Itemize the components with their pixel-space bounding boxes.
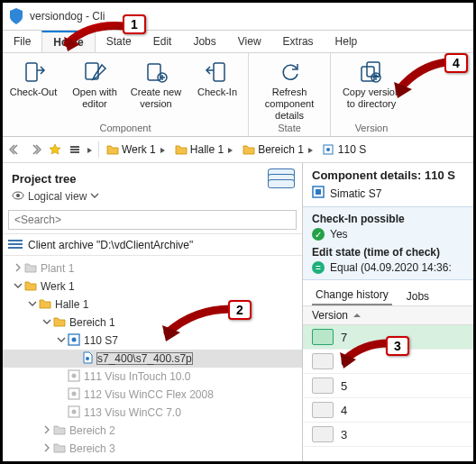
ribbon-open-editor[interactable]: Open witheditor [64, 53, 125, 110]
archive-label: Client archive "D:\vdClientArchive" [28, 239, 193, 251]
star-icon[interactable] [46, 141, 64, 159]
menu-jobs[interactable]: Jobs [182, 31, 226, 52]
tree-row[interactable]: Bereich 1 [3, 314, 302, 332]
tree-row[interactable]: 111 Visu InTouch 10.0 [3, 368, 302, 386]
archive-row[interactable]: Client archive "D:\vdClientArchive" [3, 233, 302, 256]
app-window: versiondog - Cli FileHomeStateEditJobsVi… [0, 0, 476, 464]
database-icon[interactable] [268, 168, 295, 188]
nav-fwd-icon[interactable] [26, 141, 44, 159]
menu-file[interactable]: File [3, 31, 41, 52]
ribbon-check-out[interactable]: Check-Out [3, 53, 64, 98]
search-input[interactable] [8, 210, 297, 230]
menu-home[interactable]: Home [41, 31, 95, 52]
tree-node-label: Plant 1 [41, 262, 74, 275]
tree-row[interactable]: 110 S7 [3, 332, 302, 350]
ribbon-group-label: Version [331, 122, 412, 136]
column-label: Version [312, 309, 348, 322]
panel-title: Project tree [12, 172, 77, 186]
menu-help[interactable]: Help [325, 31, 369, 52]
svg-point-14 [16, 194, 20, 197]
tree-expander[interactable] [12, 280, 24, 293]
open-editor-icon [66, 58, 124, 86]
menu-view[interactable]: View [227, 31, 272, 52]
version-number: 3 [341, 428, 347, 441]
breadcrumb-item[interactable]: Werk 1 [103, 143, 171, 156]
ribbon-group-state: Refresh componentdetailsState [249, 53, 331, 136]
chevron-icon[interactable] [226, 145, 235, 154]
breadcrumb-item[interactable]: Halle 1 [171, 143, 239, 156]
version-row[interactable]: 4 [303, 398, 473, 423]
tree-node-icon [68, 369, 80, 385]
tree-node-icon [53, 442, 66, 456]
details-title: Component details: 110 S [312, 168, 466, 182]
ribbon-copy-to-dir[interactable]: Copy versionto directory [331, 53, 412, 110]
breadcrumb-bar: Werk 1Halle 1Bereich 1110 S [3, 137, 473, 163]
breadcrumb-label: 110 S [338, 143, 366, 156]
ribbon-create-version[interactable]: Create newversion [125, 53, 187, 110]
tree-expander[interactable] [26, 298, 39, 311]
ribbon: Check-OutOpen witheditorCreate newversio… [3, 53, 473, 137]
svg-rect-4 [214, 63, 224, 81]
nav-back-icon[interactable] [6, 141, 24, 159]
chevron-icon[interactable] [86, 145, 95, 154]
checkin-value: Yes [330, 228, 348, 241]
ribbon-refresh-details[interactable]: Refresh componentdetails [249, 53, 330, 122]
copy-to-dir-icon [333, 58, 410, 86]
version-number: 5 [341, 379, 347, 393]
separator [98, 141, 99, 158]
tree-expander[interactable] [41, 442, 53, 455]
version-column-header[interactable]: Version [303, 305, 473, 325]
version-icon [312, 378, 334, 394]
editstate-value: Equal (04.09.2020 14:36: [330, 261, 452, 274]
tree-node-label: Bereich 2 [69, 424, 115, 437]
tree-node-label: Werk 1 [41, 280, 75, 293]
ribbon-group-version: Copy versionto directoryVersion [331, 53, 412, 136]
titlebar: versiondog - Cli [3, 3, 473, 31]
tree-node-icon [24, 280, 37, 294]
tree-row[interactable]: s7_400\s7_400.s7p [3, 350, 302, 368]
checkin-section: Check-In possible ✓ Yes Edit state (time… [303, 206, 473, 280]
tree-node-label: Bereich 1 [69, 316, 115, 329]
component-type-label: Simatic S7 [330, 187, 381, 200]
menubar: FileHomeStateEditJobsViewExtrasHelp [3, 31, 473, 53]
tree-row[interactable]: Werk 1 [3, 277, 302, 296]
tree-expander[interactable] [41, 316, 53, 329]
tree-row[interactable]: Plant 1 [3, 259, 302, 277]
ribbon-check-in[interactable]: Check-In [187, 53, 248, 98]
tree-row[interactable]: 112 Visu WinCC Flex 2008 [3, 386, 302, 404]
breadcrumb-item[interactable]: 110 S [319, 143, 370, 156]
svg-point-19 [72, 337, 77, 341]
tree-row[interactable]: Bereich 3 [3, 440, 302, 458]
chevron-icon[interactable] [307, 145, 316, 154]
breadcrumb-label: Halle 1 [190, 143, 224, 156]
tree-row[interactable]: Halle 1 [3, 296, 302, 314]
menu-extras[interactable]: Extras [272, 31, 325, 52]
list-icon[interactable] [66, 141, 84, 159]
svg-rect-9 [70, 149, 79, 150]
details-panel: Component details: 110 S Simatic S7 Chec… [303, 163, 473, 461]
tree-row[interactable]: 113 Visu WinCC 7.0 [3, 404, 302, 422]
svg-rect-17 [8, 247, 23, 249]
chevron-icon[interactable] [159, 145, 168, 154]
tree-row[interactable]: Bereich 2 [3, 422, 302, 440]
tree-expander[interactable] [12, 262, 24, 275]
version-row[interactable]: 5 [303, 374, 473, 398]
project-tree-panel: Project tree Logical view [3, 163, 303, 461]
folder-icon [243, 144, 255, 155]
subtab-jobs[interactable]: Jobs [403, 287, 433, 305]
tree-expander[interactable] [55, 334, 68, 347]
tree-expander[interactable] [41, 424, 53, 437]
svg-point-20 [86, 357, 89, 360]
svg-rect-0 [26, 63, 37, 81]
tree-node-label: 113 Visu WinCC 7.0 [84, 406, 181, 419]
version-row[interactable]: 3 [303, 423, 473, 447]
menu-edit[interactable]: Edit [142, 31, 183, 52]
breadcrumb-item[interactable]: Bereich 1 [239, 143, 319, 156]
version-icon [312, 402, 334, 418]
subtab-change-history[interactable]: Change history [312, 286, 392, 305]
chevron-down-icon[interactable] [90, 190, 99, 203]
tree-node-label: Bereich 3 [69, 442, 115, 455]
tree-node-label: 111 Visu InTouch 10.0 [84, 370, 191, 383]
view-label[interactable]: Logical view [28, 190, 87, 203]
version-icon [312, 426, 334, 442]
